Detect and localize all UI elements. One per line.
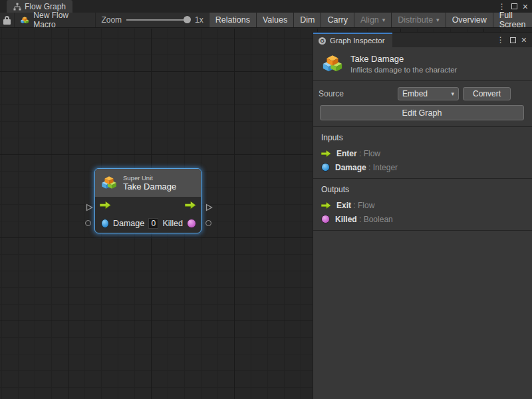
inspector-close-button[interactable]: × <box>521 35 527 45</box>
chevron-down-icon: ▾ <box>451 90 454 97</box>
relations-button[interactable]: Relations <box>209 13 256 27</box>
overview-button[interactable]: Overview <box>446 13 493 27</box>
zoom-slider[interactable] <box>126 15 190 25</box>
toolbar-buttons: Relations Values Dim Carry Align ▾ Distr… <box>209 13 532 27</box>
damage-value-field[interactable]: 0 <box>148 218 158 229</box>
source-dropdown[interactable]: Embed ▾ <box>398 87 459 100</box>
node-value-row: Damage 0 Killed <box>95 213 201 233</box>
inspector-menu-button[interactable]: ⋮ <box>497 35 505 45</box>
inspector-maximize-button[interactable] <box>510 37 516 43</box>
unit-bricks-icon <box>321 53 344 75</box>
window-close-button[interactable]: × <box>523 2 528 11</box>
zoom-slider-track <box>126 19 190 21</box>
distribute-button[interactable]: Distribute ▾ <box>391 13 445 27</box>
source-dropdown-value: Embed <box>402 89 428 98</box>
inputs-header: Inputs <box>313 132 532 146</box>
node-category: Super Unit <box>123 174 176 182</box>
input-row-enter: Enter : Flow <box>313 146 532 160</box>
dim-button[interactable]: Dim <box>293 13 321 27</box>
window-menu-button[interactable]: ⋮ <box>498 3 506 11</box>
carry-button[interactable]: Carry <box>321 13 354 27</box>
integer-port-icon <box>321 163 330 172</box>
inspector-controls: ⋮ × <box>497 33 532 47</box>
input-row-damage: Damage : Integer <box>313 160 532 174</box>
window-maximize-button[interactable] <box>511 3 517 9</box>
convert-button[interactable]: Convert <box>463 87 511 100</box>
damage-port-icon[interactable] <box>101 219 109 228</box>
outputs-section: Outputs Exit : Flow Killed : Boolean <box>313 178 532 230</box>
graph-toolbar: New Flow Macro Zoom 1x Relations Values … <box>0 13 532 28</box>
graph-inspector-panel: G Graph Inspector ⋮ × Take Damage Inflic… <box>313 32 532 399</box>
inspector-empty-area <box>313 230 532 399</box>
full-screen-button[interactable]: Full Screen <box>493 13 532 27</box>
chevron-down-icon: ▾ <box>436 17 440 23</box>
killed-port-connector-icon[interactable] <box>205 220 211 226</box>
unit-name: Take Damage <box>350 54 457 64</box>
output-row-killed: Killed : Boolean <box>313 212 532 226</box>
macro-label: New Flow Macro <box>33 11 90 29</box>
flow-graph-icon <box>13 3 21 11</box>
macro-button[interactable]: New Flow Macro <box>15 13 96 27</box>
unit-identity: Take Damage Inflicts damage to the chara… <box>313 47 532 81</box>
zoom-label: Zoom <box>101 15 122 25</box>
window-tab-label: Flow Graph <box>25 2 66 11</box>
super-unit-bricks-icon <box>100 174 118 192</box>
flow-port-icon <box>321 150 331 158</box>
inspector-tab-bar: G Graph Inspector ⋮ × <box>313 33 532 47</box>
zoom-control: Zoom 1x <box>96 13 208 27</box>
flow-port-icon <box>321 201 331 209</box>
unit-description: Inflicts damage to the character <box>350 66 457 74</box>
source-row: Source Embed ▾ Convert <box>319 87 511 100</box>
killed-port-icon[interactable] <box>187 219 196 228</box>
exit-port-connector-icon[interactable] <box>205 203 213 211</box>
output-row-exit: Exit : Flow <box>313 198 532 212</box>
lock-button[interactable] <box>0 13 15 27</box>
inspector-tab-label: Graph Inspector <box>330 37 384 45</box>
damage-port-connector-icon[interactable] <box>85 220 91 226</box>
outputs-header: Outputs <box>313 184 532 198</box>
source-label: Source <box>319 89 394 98</box>
zoom-value: 1x <box>195 15 203 25</box>
align-button[interactable]: Align ▾ <box>354 13 391 27</box>
macro-bricks-icon <box>20 15 29 25</box>
flow-graph-window: Flow Graph ⋮ × New Flow Macro Zoom 1x Re… <box>0 0 532 399</box>
node-header[interactable]: Super Unit Take Damage <box>95 169 201 197</box>
zoom-slider-handle[interactable] <box>184 16 191 23</box>
inputs-section: Inputs Enter : Flow Damage : Integer <box>313 126 532 178</box>
boolean-port-icon <box>321 215 330 223</box>
lock-icon <box>3 16 11 25</box>
values-button[interactable]: Values <box>256 13 293 27</box>
enter-port-connector-icon[interactable] <box>85 203 93 211</box>
chevron-down-icon: ▾ <box>382 17 386 23</box>
killed-port-label: Killed <box>162 219 183 228</box>
exit-flow-port-icon[interactable] <box>185 201 196 209</box>
take-damage-node[interactable]: Super Unit Take Damage Damage 0 Killed <box>94 168 201 233</box>
damage-port-label: Damage <box>113 219 144 228</box>
node-title: Take Damage <box>123 182 176 192</box>
enter-flow-port-icon[interactable] <box>100 201 111 209</box>
node-flow-row <box>95 197 201 213</box>
graph-inspector-icon: G <box>319 37 326 45</box>
edit-graph-button[interactable]: Edit Graph <box>320 105 524 120</box>
tab-graph-inspector[interactable]: G Graph Inspector <box>313 33 392 47</box>
